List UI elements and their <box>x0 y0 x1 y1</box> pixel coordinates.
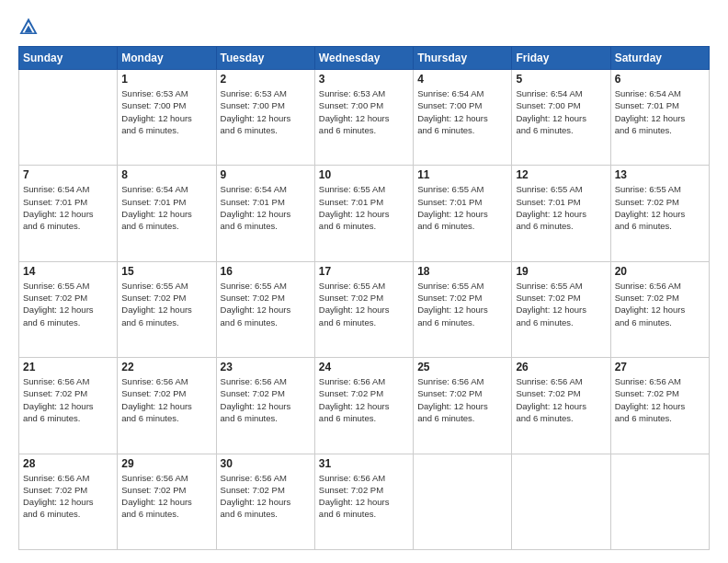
calendar-table: SundayMondayTuesdayWednesdayThursdayFrid… <box>18 46 710 550</box>
calendar-cell: 19Sunrise: 6:55 AM Sunset: 7:02 PM Dayli… <box>512 261 610 357</box>
calendar-cell: 4Sunrise: 6:54 AM Sunset: 7:00 PM Daylig… <box>414 70 512 166</box>
day-number: 13 <box>615 168 705 181</box>
calendar-cell <box>610 454 709 549</box>
day-info: Sunrise: 6:55 AM Sunset: 7:01 PM Dayligh… <box>417 183 507 232</box>
calendar-cell: 5Sunrise: 6:54 AM Sunset: 7:00 PM Daylig… <box>512 70 610 166</box>
day-info: Sunrise: 6:56 AM Sunset: 7:02 PM Dayligh… <box>221 375 311 424</box>
day-number: 7 <box>23 168 113 181</box>
calendar-cell: 14Sunrise: 6:55 AM Sunset: 7:02 PM Dayli… <box>19 261 118 357</box>
day-number: 19 <box>516 265 606 278</box>
calendar-cell: 29Sunrise: 6:56 AM Sunset: 7:02 PM Dayli… <box>118 454 216 549</box>
day-number: 14 <box>23 265 113 278</box>
calendar-cell: 12Sunrise: 6:55 AM Sunset: 7:01 PM Dayli… <box>512 166 610 261</box>
calendar-cell: 10Sunrise: 6:55 AM Sunset: 7:01 PM Dayli… <box>314 166 413 261</box>
calendar-cell: 25Sunrise: 6:56 AM Sunset: 7:02 PM Dayli… <box>414 358 512 454</box>
day-info: Sunrise: 6:55 AM Sunset: 7:02 PM Dayligh… <box>516 280 606 328</box>
page: SundayMondayTuesdayWednesdayThursdayFrid… <box>0 0 728 563</box>
day-info: Sunrise: 6:53 AM Sunset: 7:00 PM Dayligh… <box>121 87 211 136</box>
day-info: Sunrise: 6:56 AM Sunset: 7:02 PM Dayligh… <box>319 472 409 521</box>
header <box>18 17 710 37</box>
day-info: Sunrise: 6:55 AM Sunset: 7:02 PM Dayligh… <box>417 280 507 328</box>
day-header-monday: Monday <box>118 47 216 70</box>
calendar-cell: 30Sunrise: 6:56 AM Sunset: 7:02 PM Dayli… <box>216 454 314 549</box>
calendar-cell: 26Sunrise: 6:56 AM Sunset: 7:02 PM Dayli… <box>512 358 610 454</box>
calendar-cell: 31Sunrise: 6:56 AM Sunset: 7:02 PM Dayli… <box>314 454 413 549</box>
day-number: 17 <box>319 265 409 278</box>
day-number: 27 <box>615 361 705 373</box>
calendar-cell: 13Sunrise: 6:55 AM Sunset: 7:02 PM Dayli… <box>610 166 709 261</box>
day-info: Sunrise: 6:55 AM Sunset: 7:01 PM Dayligh… <box>516 183 606 232</box>
day-header-sunday: Sunday <box>19 47 118 70</box>
day-info: Sunrise: 6:56 AM Sunset: 7:02 PM Dayligh… <box>23 472 113 521</box>
day-number: 23 <box>221 361 311 373</box>
day-header-tuesday: Tuesday <box>216 47 314 70</box>
day-number: 8 <box>121 168 211 181</box>
day-info: Sunrise: 6:54 AM Sunset: 7:01 PM Dayligh… <box>221 183 311 232</box>
calendar-cell: 8Sunrise: 6:54 AM Sunset: 7:01 PM Daylig… <box>118 166 216 261</box>
day-info: Sunrise: 6:56 AM Sunset: 7:02 PM Dayligh… <box>221 472 311 521</box>
day-info: Sunrise: 6:55 AM Sunset: 7:01 PM Dayligh… <box>319 183 409 232</box>
day-header-wednesday: Wednesday <box>314 47 413 70</box>
calendar-cell: 24Sunrise: 6:56 AM Sunset: 7:02 PM Dayli… <box>314 358 413 454</box>
calendar-cell <box>512 454 610 549</box>
calendar-cell: 11Sunrise: 6:55 AM Sunset: 7:01 PM Dayli… <box>414 166 512 261</box>
day-number: 31 <box>319 457 409 470</box>
day-number: 2 <box>221 73 311 86</box>
day-number: 29 <box>121 457 211 470</box>
day-number: 9 <box>221 168 311 181</box>
day-info: Sunrise: 6:55 AM Sunset: 7:02 PM Dayligh… <box>615 183 705 232</box>
calendar-cell: 3Sunrise: 6:53 AM Sunset: 7:00 PM Daylig… <box>314 70 413 166</box>
calendar-cell: 2Sunrise: 6:53 AM Sunset: 7:00 PM Daylig… <box>216 70 314 166</box>
calendar-cell: 21Sunrise: 6:56 AM Sunset: 7:02 PM Dayli… <box>19 358 118 454</box>
day-number: 4 <box>417 73 507 86</box>
week-row-5: 28Sunrise: 6:56 AM Sunset: 7:02 PM Dayli… <box>19 454 710 549</box>
logo-icon <box>18 17 39 37</box>
calendar-cell: 9Sunrise: 6:54 AM Sunset: 7:01 PM Daylig… <box>216 166 314 261</box>
day-info: Sunrise: 6:55 AM Sunset: 7:02 PM Dayligh… <box>221 280 311 328</box>
calendar-cell <box>19 70 118 166</box>
day-info: Sunrise: 6:56 AM Sunset: 7:02 PM Dayligh… <box>121 472 211 521</box>
day-info: Sunrise: 6:54 AM Sunset: 7:01 PM Dayligh… <box>615 87 705 136</box>
day-info: Sunrise: 6:56 AM Sunset: 7:02 PM Dayligh… <box>516 375 606 424</box>
day-info: Sunrise: 6:56 AM Sunset: 7:02 PM Dayligh… <box>319 375 409 424</box>
calendar-cell: 20Sunrise: 6:56 AM Sunset: 7:02 PM Dayli… <box>610 261 709 357</box>
week-row-2: 7Sunrise: 6:54 AM Sunset: 7:01 PM Daylig… <box>19 166 710 261</box>
day-number: 11 <box>417 168 507 181</box>
calendar-cell: 16Sunrise: 6:55 AM Sunset: 7:02 PM Dayli… <box>216 261 314 357</box>
calendar-cell: 27Sunrise: 6:56 AM Sunset: 7:02 PM Dayli… <box>610 358 709 454</box>
day-info: Sunrise: 6:56 AM Sunset: 7:02 PM Dayligh… <box>615 280 705 328</box>
day-info: Sunrise: 6:55 AM Sunset: 7:02 PM Dayligh… <box>121 280 211 328</box>
day-info: Sunrise: 6:56 AM Sunset: 7:02 PM Dayligh… <box>23 375 113 424</box>
day-info: Sunrise: 6:56 AM Sunset: 7:02 PM Dayligh… <box>121 375 211 424</box>
day-number: 1 <box>121 73 211 86</box>
day-number: 16 <box>221 265 311 278</box>
calendar-cell: 28Sunrise: 6:56 AM Sunset: 7:02 PM Dayli… <box>19 454 118 549</box>
day-info: Sunrise: 6:54 AM Sunset: 7:00 PM Dayligh… <box>516 87 606 136</box>
day-info: Sunrise: 6:54 AM Sunset: 7:00 PM Dayligh… <box>417 87 507 136</box>
day-number: 5 <box>516 73 606 86</box>
calendar-cell: 18Sunrise: 6:55 AM Sunset: 7:02 PM Dayli… <box>414 261 512 357</box>
days-header-row: SundayMondayTuesdayWednesdayThursdayFrid… <box>19 47 710 70</box>
day-number: 20 <box>615 265 705 278</box>
day-number: 3 <box>319 73 409 86</box>
calendar-cell: 23Sunrise: 6:56 AM Sunset: 7:02 PM Dayli… <box>216 358 314 454</box>
day-number: 15 <box>121 265 211 278</box>
day-info: Sunrise: 6:53 AM Sunset: 7:00 PM Dayligh… <box>319 87 409 136</box>
day-number: 30 <box>221 457 311 470</box>
day-number: 6 <box>615 73 705 86</box>
calendar-cell: 22Sunrise: 6:56 AM Sunset: 7:02 PM Dayli… <box>118 358 216 454</box>
day-number: 12 <box>516 168 606 181</box>
day-info: Sunrise: 6:53 AM Sunset: 7:00 PM Dayligh… <box>221 87 311 136</box>
calendar-cell <box>414 454 512 549</box>
calendar-cell: 15Sunrise: 6:55 AM Sunset: 7:02 PM Dayli… <box>118 261 216 357</box>
day-info: Sunrise: 6:56 AM Sunset: 7:02 PM Dayligh… <box>615 375 705 424</box>
calendar-cell: 17Sunrise: 6:55 AM Sunset: 7:02 PM Dayli… <box>314 261 413 357</box>
calendar-cell: 7Sunrise: 6:54 AM Sunset: 7:01 PM Daylig… <box>19 166 118 261</box>
day-info: Sunrise: 6:54 AM Sunset: 7:01 PM Dayligh… <box>23 183 113 232</box>
week-row-1: 1Sunrise: 6:53 AM Sunset: 7:00 PM Daylig… <box>19 70 710 166</box>
day-number: 21 <box>23 361 113 373</box>
day-header-saturday: Saturday <box>610 47 709 70</box>
day-info: Sunrise: 6:56 AM Sunset: 7:02 PM Dayligh… <box>417 375 507 424</box>
day-info: Sunrise: 6:55 AM Sunset: 7:02 PM Dayligh… <box>23 280 113 328</box>
logo <box>18 17 42 37</box>
